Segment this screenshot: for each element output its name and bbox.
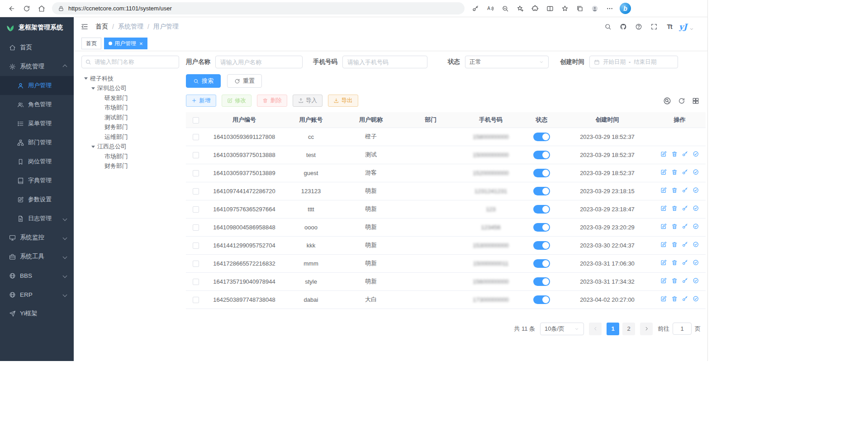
zoom-icon[interactable] [498, 2, 512, 15]
row-checkbox[interactable] [193, 279, 199, 285]
favorites-icon[interactable] [558, 2, 572, 15]
status-toggle[interactable] [533, 151, 550, 159]
tree-node[interactable]: 江西总公司 [81, 142, 179, 152]
row-assign-role-icon[interactable] [693, 241, 699, 248]
sidebar-item[interactable]: 首页 [0, 38, 74, 57]
sidebar-item[interactable]: 参数设置 [0, 190, 74, 209]
sidebar-item[interactable]: 部门管理 [0, 133, 74, 152]
row-assign-role-icon[interactable] [693, 187, 699, 194]
row-edit-icon[interactable] [660, 151, 667, 157]
read-aloud-icon[interactable]: A [483, 2, 497, 15]
search-button[interactable]: 搜索 [186, 74, 221, 88]
row-reset-password-icon[interactable] [682, 277, 688, 284]
browser-more-icon[interactable] [602, 2, 617, 15]
sidebar-item[interactable]: 用户管理 [0, 76, 74, 95]
add-favorite-icon[interactable] [513, 2, 527, 15]
page-number-button[interactable]: 2 [622, 323, 635, 335]
tree-node[interactable]: 研发部门 [81, 93, 179, 103]
sidebar-item[interactable]: 角色管理 [0, 95, 74, 114]
status-toggle[interactable] [533, 241, 550, 250]
close-tab-icon[interactable]: × [139, 41, 143, 47]
status-toggle[interactable] [533, 223, 550, 232]
browser-refresh-button[interactable] [19, 2, 33, 15]
phone-input[interactable] [342, 56, 427, 68]
fullscreen-icon[interactable] [647, 20, 661, 33]
row-checkbox[interactable] [193, 188, 199, 195]
refresh-table-button[interactable] [678, 97, 685, 105]
sidebar-item[interactable]: 系统管理 [0, 57, 74, 76]
row-checkbox[interactable] [193, 134, 199, 140]
import-button[interactable]: 导入 [293, 95, 323, 107]
browser-back-button[interactable] [5, 2, 19, 15]
page-size-select[interactable]: 10条/页 [540, 323, 584, 335]
collections-icon[interactable] [573, 2, 587, 15]
row-reset-password-icon[interactable] [682, 151, 688, 157]
status-toggle[interactable] [533, 133, 550, 141]
row-assign-role-icon[interactable] [693, 169, 699, 176]
row-checkbox[interactable] [193, 170, 199, 176]
row-checkbox[interactable] [193, 206, 199, 213]
breadcrumb-item[interactable]: 系统管理 [118, 23, 143, 31]
row-checkbox[interactable] [193, 242, 199, 249]
row-delete-icon[interactable] [671, 295, 678, 302]
row-checkbox[interactable] [193, 224, 199, 231]
tree-node[interactable]: 运维部门 [81, 132, 179, 142]
date-range-picker[interactable]: 开始日期 - 结束日期 [589, 56, 678, 68]
row-assign-role-icon[interactable] [693, 223, 699, 230]
sidebar-item[interactable]: 岗位管理 [0, 152, 74, 171]
header-search-icon[interactable] [601, 20, 615, 33]
row-reset-password-icon[interactable] [682, 187, 688, 194]
status-toggle[interactable] [533, 277, 550, 286]
row-delete-icon[interactable] [671, 223, 678, 230]
row-edit-icon[interactable] [660, 259, 667, 266]
row-reset-password-icon[interactable] [682, 259, 688, 266]
row-checkbox[interactable] [193, 152, 199, 158]
status-toggle[interactable] [533, 169, 550, 177]
tab-用户管理[interactable]: 用户管理× [104, 38, 147, 49]
row-edit-icon[interactable] [660, 223, 667, 230]
tree-node[interactable]: 橙子科技 [81, 74, 179, 84]
github-icon[interactable] [617, 20, 630, 33]
columns-toggle-button[interactable] [692, 97, 699, 105]
tree-node[interactable]: 市场部门 [81, 103, 179, 113]
row-delete-icon[interactable] [671, 205, 678, 212]
dept-search-input[interactable] [81, 56, 179, 68]
row-checkbox[interactable] [193, 261, 199, 267]
row-assign-role-icon[interactable] [693, 259, 699, 266]
tree-node[interactable]: 财务部门 [81, 123, 179, 133]
sidebar-item[interactable]: 系统工具 [0, 247, 74, 266]
row-reset-password-icon[interactable] [682, 295, 688, 302]
status-toggle[interactable] [533, 205, 550, 214]
row-edit-icon[interactable] [660, 205, 667, 212]
tree-node[interactable]: 市场部门 [81, 152, 179, 162]
split-screen-icon[interactable] [543, 2, 557, 15]
sidebar-item[interactable]: ERP [0, 285, 74, 304]
goto-page-input[interactable] [673, 323, 692, 335]
row-assign-role-icon[interactable] [693, 277, 699, 284]
status-select[interactable]: 正常 [465, 56, 549, 68]
status-toggle[interactable] [533, 259, 550, 268]
help-icon[interactable] [632, 20, 645, 33]
tree-node[interactable]: 财务部门 [81, 162, 179, 171]
breadcrumb-item[interactable]: 首页 [95, 23, 108, 31]
browser-profile-avatar[interactable] [588, 2, 602, 15]
row-edit-icon[interactable] [660, 295, 667, 302]
row-edit-icon[interactable] [660, 241, 667, 248]
row-assign-role-icon[interactable] [693, 295, 699, 302]
toggle-search-button[interactable] [663, 97, 671, 105]
copilot-icon[interactable]: b [620, 3, 631, 14]
reset-button[interactable]: 重置 [227, 74, 262, 88]
row-edit-icon[interactable] [660, 277, 667, 284]
row-assign-role-icon[interactable] [693, 151, 699, 157]
extensions-icon[interactable] [528, 2, 542, 15]
tab-首页[interactable]: 首页 [81, 38, 101, 49]
sidebar-item[interactable]: 字典管理 [0, 171, 74, 190]
sidebar-item[interactable]: Yi框架 [0, 304, 74, 323]
row-delete-icon[interactable] [671, 277, 678, 284]
row-reset-password-icon[interactable] [682, 223, 688, 230]
font-size-icon[interactable]: Tt [663, 20, 676, 33]
row-checkbox[interactable] [193, 297, 199, 303]
row-delete-icon[interactable] [671, 169, 678, 176]
passwords-icon[interactable] [468, 2, 482, 15]
browser-home-button[interactable] [34, 2, 48, 15]
